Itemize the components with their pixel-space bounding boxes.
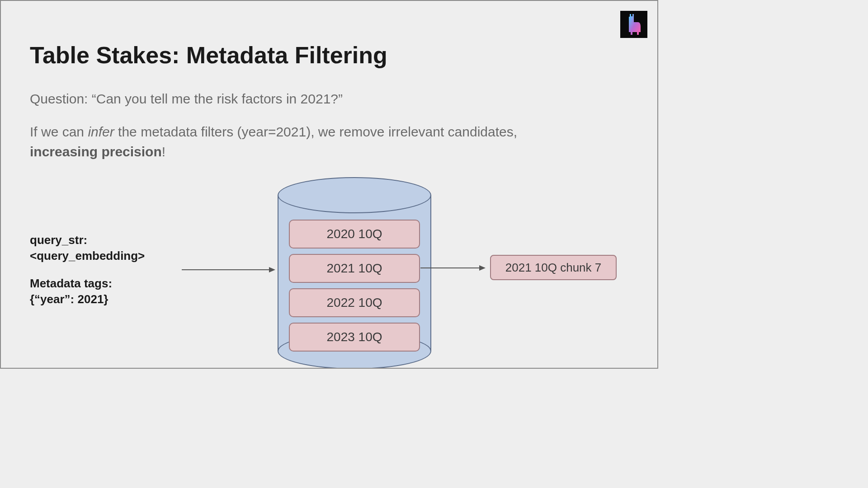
question-text: Question: “Can you tell me the risk fact… <box>30 91 343 107</box>
llama-icon <box>626 14 642 35</box>
metadata-tags-value: {“year”: 2021} <box>30 291 145 307</box>
explain-bold: increasing precision <box>30 144 162 159</box>
arrow-query-to-db <box>182 269 274 270</box>
document-stack: 2020 10Q 2021 10Q 2022 10Q 2023 10Q <box>289 220 420 352</box>
doc-item: 2020 10Q <box>289 220 420 249</box>
metadata-tags-label: Metadata tags: <box>30 276 145 291</box>
slide-title: Table Stakes: Metadata Filtering <box>30 42 387 69</box>
doc-item: 2021 10Q <box>289 254 420 283</box>
explain-italic: infer <box>88 124 114 139</box>
llama-logo <box>620 11 647 38</box>
query-str-label: query_str: <box>30 232 145 248</box>
explain-pre: If we can <box>30 124 88 139</box>
query-block: query_str: <query_embedding> Metadata ta… <box>30 232 145 307</box>
output-chunk: 2021 10Q chunk 7 <box>490 255 617 280</box>
explanation-text: If we can infer the metadata filters (ye… <box>30 122 612 161</box>
explain-post: ! <box>162 144 165 159</box>
explain-mid: the metadata filters (year=2021), we rem… <box>114 124 517 139</box>
arrow-db-to-output <box>420 267 485 268</box>
doc-item: 2023 10Q <box>289 323 420 352</box>
doc-item: 2022 10Q <box>289 288 420 317</box>
query-embedding: <query_embedding> <box>30 248 145 264</box>
